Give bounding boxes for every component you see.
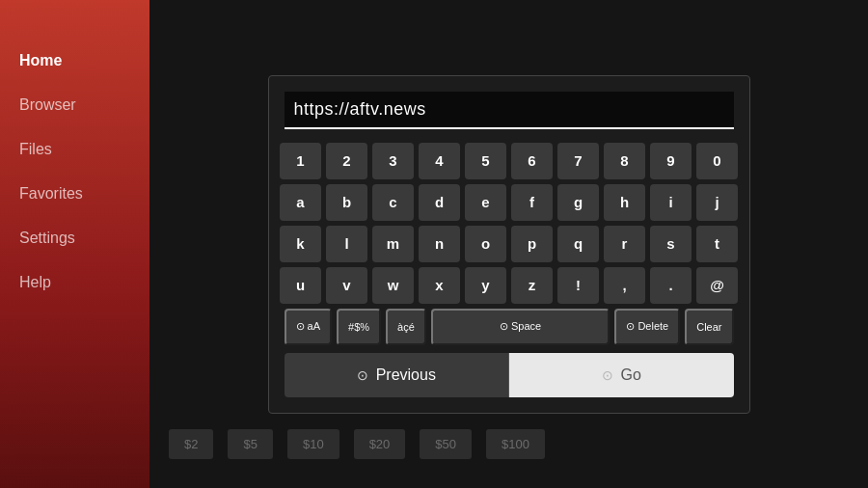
key-l[interactable]: l bbox=[326, 226, 367, 262]
key-q[interactable]: q bbox=[557, 226, 599, 262]
key-at[interactable]: @ bbox=[696, 267, 738, 304]
key-3[interactable]: 3 bbox=[372, 143, 414, 179]
key-i[interactable]: i bbox=[650, 184, 692, 221]
key-9[interactable]: 9 bbox=[650, 143, 692, 179]
key-0[interactable]: 0 bbox=[696, 143, 738, 179]
key-comma[interactable]: , bbox=[604, 267, 645, 304]
sidebar-item-files[interactable]: Files bbox=[0, 127, 149, 172]
donation-amount-5: $5 bbox=[228, 429, 272, 459]
sidebar-item-browser[interactable]: Browser bbox=[0, 83, 149, 127]
key-z[interactable]: z bbox=[511, 267, 553, 304]
key-5[interactable]: 5 bbox=[465, 143, 506, 179]
key-caps[interactable]: ⊙ aA bbox=[285, 309, 333, 345]
key-8[interactable]: 8 bbox=[604, 143, 645, 179]
key-p[interactable]: p bbox=[511, 226, 553, 262]
key-6[interactable]: 6 bbox=[511, 143, 553, 179]
previous-button[interactable]: ⊙ Previous bbox=[285, 353, 510, 397]
key-r[interactable]: r bbox=[604, 226, 645, 262]
key-v[interactable]: v bbox=[326, 267, 367, 304]
key-4[interactable]: 4 bbox=[419, 143, 460, 179]
keyboard-row-numbers: 1 2 3 4 5 6 7 8 9 0 bbox=[285, 143, 734, 179]
donation-amount-100: $100 bbox=[486, 429, 545, 459]
keyboard-row-special: ⊙ aA #$% àçé ⊙ Space ⊙ Delete Clear bbox=[285, 309, 734, 345]
key-2[interactable]: 2 bbox=[326, 143, 367, 179]
sidebar-item-home[interactable]: Home bbox=[0, 39, 149, 83]
keyboard-row-u-at: u v w x y z ! , . @ bbox=[285, 267, 734, 304]
sidebar-item-help[interactable]: Help bbox=[0, 260, 149, 305]
go-label: Go bbox=[621, 366, 641, 384]
key-y[interactable]: y bbox=[465, 267, 506, 304]
key-space[interactable]: ⊙ Space bbox=[431, 309, 610, 345]
previous-label: Previous bbox=[376, 366, 436, 384]
key-exclaim[interactable]: ! bbox=[557, 267, 599, 304]
sidebar-item-favorites[interactable]: Favorites bbox=[0, 172, 149, 216]
key-c[interactable]: c bbox=[372, 184, 414, 221]
sidebar-item-settings[interactable]: Settings bbox=[0, 216, 149, 260]
key-clear[interactable]: Clear bbox=[685, 309, 733, 345]
donation-amount-20: $20 bbox=[354, 429, 406, 459]
key-e[interactable]: e bbox=[465, 184, 506, 221]
key-1[interactable]: 1 bbox=[280, 143, 321, 179]
sidebar: Home Browser Files Favorites Settings He… bbox=[0, 0, 149, 488]
keyboard-row-k-t: k l m n o p q r s t bbox=[285, 226, 734, 262]
previous-icon: ⊙ bbox=[357, 367, 368, 383]
go-button[interactable]: ⊙ Go bbox=[509, 353, 734, 397]
main-area: $2 $5 $10 $20 $50 $100 1 2 3 4 5 6 7 8 9… bbox=[149, 0, 868, 488]
key-period[interactable]: . bbox=[650, 267, 692, 304]
donation-row: $2 $5 $10 $20 $50 $100 bbox=[169, 429, 849, 459]
key-o[interactable]: o bbox=[465, 226, 506, 262]
go-icon: ⊙ bbox=[602, 367, 613, 383]
key-w[interactable]: w bbox=[372, 267, 414, 304]
key-n[interactable]: n bbox=[419, 226, 460, 262]
key-j[interactable]: j bbox=[696, 184, 738, 221]
keyboard-dialog: 1 2 3 4 5 6 7 8 9 0 a b c d e f g h bbox=[268, 75, 750, 414]
key-b[interactable]: b bbox=[326, 184, 367, 221]
keyboard-row-a-j: a b c d e f g h i j bbox=[285, 184, 734, 221]
key-7[interactable]: 7 bbox=[557, 143, 599, 179]
key-a[interactable]: a bbox=[280, 184, 321, 221]
key-k[interactable]: k bbox=[280, 226, 321, 262]
key-m[interactable]: m bbox=[372, 226, 414, 262]
key-g[interactable]: g bbox=[557, 184, 599, 221]
keyboard: 1 2 3 4 5 6 7 8 9 0 a b c d e f g h bbox=[285, 143, 734, 345]
action-row: ⊙ Previous ⊙ Go bbox=[285, 353, 734, 397]
donation-amount-2: $2 bbox=[169, 429, 213, 459]
key-delete[interactable]: ⊙ Delete bbox=[614, 309, 680, 345]
key-symbols[interactable]: #$% bbox=[337, 309, 381, 345]
key-h[interactable]: h bbox=[604, 184, 645, 221]
key-u[interactable]: u bbox=[280, 267, 321, 304]
key-f[interactable]: f bbox=[511, 184, 553, 221]
key-x[interactable]: x bbox=[419, 267, 460, 304]
donation-amount-50: $50 bbox=[420, 429, 472, 459]
key-t[interactable]: t bbox=[696, 226, 738, 262]
key-s[interactable]: s bbox=[650, 226, 692, 262]
key-accents[interactable]: àçé bbox=[386, 309, 426, 345]
url-input[interactable] bbox=[285, 92, 734, 129]
key-d[interactable]: d bbox=[419, 184, 460, 221]
donation-amount-10: $10 bbox=[287, 429, 339, 459]
